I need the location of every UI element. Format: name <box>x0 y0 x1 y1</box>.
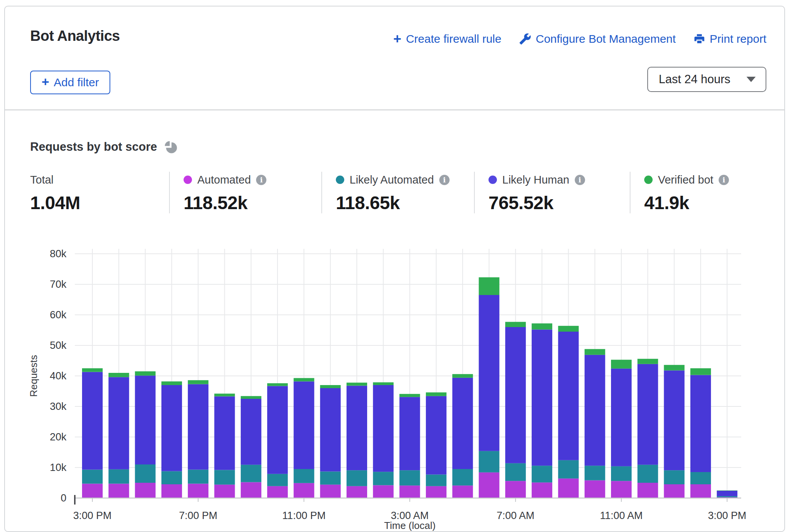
bar-segment-automated <box>161 484 182 498</box>
bar-segment-automated <box>426 486 447 498</box>
bar-segment-likely-human <box>717 491 737 496</box>
bar-segment-verified-bot <box>717 490 737 491</box>
bar-segment-automated <box>267 486 288 498</box>
stat-likely-automated-label: Likely Automated <box>350 174 434 186</box>
bar-segment-verified-bot <box>426 392 447 396</box>
bar-segment-likely-human <box>293 381 314 469</box>
info-icon[interactable]: i <box>719 175 729 185</box>
y-tick-label: 10k <box>50 462 66 473</box>
pie-chart-icon <box>163 139 179 155</box>
y-tick-label: 80k <box>50 248 66 260</box>
bar-segment-verified-bot <box>479 277 500 295</box>
x-axis-title: Time (local) <box>384 520 436 531</box>
bar-segment-automated <box>188 484 208 498</box>
bar-segment-likely-automated <box>532 466 552 482</box>
bar-segment-automated <box>664 484 685 498</box>
bar-segment-likely-human <box>452 378 473 469</box>
bar-segment-likely-automated <box>690 472 711 484</box>
bar-segment-likely-automated <box>664 470 685 484</box>
automated-legend-dot <box>184 176 192 184</box>
bar-segment-automated <box>241 482 261 498</box>
stat-likely-human-value: 765.52k <box>489 192 630 213</box>
y-axis-title: Requests <box>28 355 39 397</box>
stat-verified-bot-label: Verified bot <box>658 174 713 186</box>
bar-segment-likely-human <box>558 332 579 460</box>
bar-segment-likely-automated <box>479 451 500 472</box>
chevron-down-icon <box>746 77 756 82</box>
time-range-dropdown[interactable]: Last 24 hours <box>647 67 766 92</box>
bar-segment-likely-human <box>690 375 711 472</box>
bar-segment-likely-human <box>400 397 420 470</box>
bar-segment-verified-bot <box>347 383 367 386</box>
section-title: Requests by bot score <box>30 140 157 154</box>
verified-bot-legend-dot <box>644 176 653 184</box>
bar-segment-verified-bot <box>585 349 605 355</box>
bar-segment-likely-human <box>637 364 658 465</box>
bar-segment-likely-human <box>161 385 182 471</box>
y-tick-label: 20k <box>50 431 66 443</box>
bar-segment-likely-human <box>479 295 500 451</box>
bar-segment-automated <box>400 485 420 498</box>
create-firewall-rule-link[interactable]: + Create firewall rule <box>393 32 501 45</box>
bar-segment-automated <box>347 486 367 498</box>
y-tick-label: 50k <box>50 340 66 351</box>
time-range-value: Last 24 hours <box>648 73 746 86</box>
stats-row: Total 1.04M Automated i 118.52k Likely A… <box>30 172 784 213</box>
bar-segment-verified-bot <box>135 371 156 376</box>
bar-segment-likely-automated <box>293 469 314 483</box>
bar-segment-likely-automated <box>611 466 632 481</box>
likely-automated-legend-dot <box>336 176 344 184</box>
configure-bot-management-link[interactable]: Configure Bot Management <box>519 32 676 45</box>
bar-segment-likely-human <box>426 396 447 475</box>
printer-icon <box>693 33 705 45</box>
bar-segment-likely-automated <box>135 464 156 483</box>
x-tick-label: 11:00 PM <box>282 510 326 521</box>
y-tick-label: 60k <box>50 309 66 321</box>
info-icon[interactable]: i <box>439 175 450 185</box>
bar-segment-likely-automated <box>505 463 526 481</box>
print-report-link[interactable]: Print report <box>693 32 766 45</box>
bar-segment-verified-bot <box>320 385 341 388</box>
bar-segment-likely-automated <box>214 470 235 484</box>
bar-segment-verified-bot <box>400 394 420 397</box>
bar-segment-likely-automated <box>108 469 129 484</box>
bar-segment-likely-automated <box>161 471 182 484</box>
bar-segment-verified-bot <box>82 368 103 372</box>
stat-verified-bot-value: 41.9k <box>644 192 784 213</box>
info-icon[interactable]: i <box>575 175 585 185</box>
bar-segment-automated <box>373 485 393 498</box>
bar-segment-likely-human <box>108 377 129 469</box>
bar-segment-automated <box>82 484 103 498</box>
bar-segment-likely-automated <box>82 470 103 484</box>
stat-verified-bot: Verified bot i 41.9k <box>630 172 784 213</box>
bar-segment-verified-bot <box>558 326 579 332</box>
bar-segment-verified-bot <box>664 365 685 370</box>
bar-segment-likely-automated <box>637 465 658 483</box>
bar-segment-automated <box>532 482 552 498</box>
x-tick-label: 3:00 PM <box>73 510 112 521</box>
likely-human-legend-dot <box>489 176 497 184</box>
plus-icon: + <box>393 33 401 45</box>
create-firewall-rule-label: Create firewall rule <box>406 32 501 45</box>
bar-segment-likely-human <box>188 384 208 470</box>
info-icon[interactable]: i <box>256 175 266 185</box>
x-tick-label: 7:00 PM <box>179 510 218 521</box>
bar-segment-automated <box>479 472 500 498</box>
requests-by-bot-score-chart[interactable]: 010k20k30k40k50k60k70k80k3:00 PM7:00 PM1… <box>5 241 786 531</box>
bar-segment-likely-automated <box>373 472 393 485</box>
bar-segment-verified-bot <box>214 393 235 396</box>
bar-segment-verified-bot <box>637 359 658 364</box>
add-filter-button[interactable]: + Add filter <box>30 71 110 94</box>
bar-segment-likely-human <box>135 376 156 464</box>
bar-segment-likely-automated <box>585 466 605 480</box>
bar-segment-likely-human <box>320 388 341 471</box>
bar-segment-automated <box>293 483 314 498</box>
plus-icon: + <box>42 74 49 89</box>
x-tick-label: 11:00 AM <box>600 510 643 521</box>
y-tick-label: 70k <box>50 279 66 290</box>
bar-segment-verified-bot <box>108 373 129 377</box>
bar-segment-verified-bot <box>188 380 208 384</box>
stat-likely-human: Likely Human i 765.52k <box>474 172 630 213</box>
stat-automated-label: Automated <box>197 174 251 186</box>
y-tick-label: 40k <box>50 370 66 382</box>
